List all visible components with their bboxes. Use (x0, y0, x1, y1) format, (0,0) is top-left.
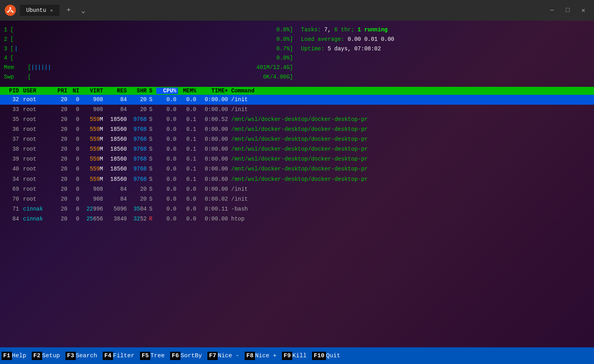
uptime-label: Uptime: (301, 44, 328, 54)
tab-label: Ubuntu (26, 7, 46, 13)
fn-item-sortby[interactable]: F6SortBy (169, 352, 206, 360)
fn-key: F10 (312, 352, 326, 360)
header-ni: NI (69, 88, 81, 94)
close-tab-icon[interactable]: ✕ (50, 8, 53, 13)
cpu-bar-3: 3 [ | 0.7%] (4, 44, 293, 54)
top-section: 1 [ 0.0%] 2 [ 0.0%] 3 [ | 0.7%] 4 [ 0.0%… (0, 24, 594, 84)
svg-point-1 (10, 7, 11, 9)
running-value: 1 running (358, 25, 388, 35)
load-15: 0.00 (381, 35, 395, 44)
fn-key: F5 (140, 352, 150, 360)
fn-item-filter[interactable]: F4Filter (101, 352, 138, 360)
swp-value: 0K/4.00G] (263, 73, 293, 82)
cpu-bars-container: 1 [ 0.0%] 2 [ 0.0%] 3 [ | 0.7%] 4 [ 0.0%… (4, 25, 293, 63)
fn-item-nice+[interactable]: F8Nice + (243, 352, 280, 360)
table-row[interactable]: 71 cinnak 20 0 22996 5096 3504 S 0.0 0.0… (0, 204, 594, 214)
header-pid: PID (2, 88, 21, 94)
fn-label: Setup (42, 353, 62, 359)
fn-label: SortBy (180, 353, 204, 359)
swp-bar-row: Swp [ 0K/4.00G] (4, 73, 293, 82)
svg-point-2 (12, 11, 13, 13)
uptime-row: Uptime: 5 days, 07:08:02 (301, 44, 590, 54)
table-row[interactable]: 84 cinnak 20 0 25656 3840 3252 R 0.0 0.0… (0, 214, 594, 224)
fn-key: F3 (65, 352, 76, 360)
cpu-mem-bars: 1 [ 0.0%] 2 [ 0.0%] 3 [ | 0.7%] 4 [ 0.0%… (4, 25, 293, 82)
table-row[interactable]: 34 root 20 0 559M 18560 9768 S 0.0 0.1 0… (0, 174, 594, 184)
mem-pipes: |||||| (31, 63, 51, 73)
mem-bracket-open: [ (28, 63, 31, 73)
fn-label: Filter (113, 353, 137, 359)
swp-bracket-open: [ (28, 73, 31, 82)
table-row[interactable]: 32 root 20 0 908 84 20 S 0.0 0.0 0:00.00… (0, 95, 594, 105)
header-shr: SHR (128, 88, 148, 94)
fn-key: F7 (207, 352, 218, 360)
mem-value: 401M/12.4G] (257, 63, 293, 73)
table-row[interactable]: 35 root 20 0 559M 18560 9768 S 0.0 0.1 0… (0, 115, 594, 125)
fn-item-nice-[interactable]: F7Nice - (206, 352, 243, 360)
cpu-bar-2: 2 [ 0.0%] (4, 35, 293, 44)
table-row[interactable]: 37 root 20 0 559M 18560 9768 S 0.0 0.1 0… (0, 134, 594, 144)
load-label: Load average: (301, 35, 348, 44)
fn-item-quit[interactable]: F10Quit (310, 352, 344, 360)
cpu-bar-4: 4 [ 0.0%] (4, 54, 293, 63)
titlebar: Ubuntu ✕ + ⌄ — □ ✕ (0, 0, 594, 21)
fn-item-kill[interactable]: F9Kill (280, 352, 310, 360)
fn-label: Nice - (218, 353, 241, 359)
table-row[interactable]: 70 root 20 0 908 84 20 S 0.0 0.0 0:00.02… (0, 194, 594, 204)
mem-label: Mem (4, 63, 28, 73)
load-1: 0.00 (348, 35, 364, 44)
header-virt: VIRT (81, 88, 105, 94)
load-5: 0.01 (364, 35, 381, 44)
header-res: RES (105, 88, 128, 94)
minimize-button[interactable]: — (546, 5, 558, 15)
swp-label: Swp (4, 73, 28, 82)
fn-item-search[interactable]: F3Search (64, 352, 101, 360)
fn-key: F4 (103, 352, 113, 360)
header-s: S (148, 88, 156, 94)
table-row[interactable]: 33 root 20 0 908 84 20 S 0.0 0.0 0:00.00… (0, 105, 594, 115)
tasks-value: 7, (324, 25, 334, 35)
svg-point-3 (7, 11, 9, 13)
fn-item-help[interactable]: F1Help (0, 352, 30, 360)
table-row[interactable]: 39 root 20 0 559M 18560 9768 S 0.0 0.1 0… (0, 154, 594, 164)
fn-key: F9 (282, 352, 292, 360)
tab-dropdown-button[interactable]: ⌄ (78, 4, 88, 16)
fn-label: Nice + (255, 353, 279, 359)
tasks-row: Tasks: 7, 6 thr; 1 running (301, 25, 590, 35)
table-row[interactable]: 40 root 20 0 559M 18560 9768 S 0.0 0.1 0… (0, 164, 594, 174)
header-user: USER (21, 88, 53, 94)
table-row[interactable]: 69 root 20 0 908 84 20 S 0.0 0.0 0:00.00… (0, 184, 594, 194)
fn-key: F8 (245, 352, 255, 360)
fn-key: F1 (2, 352, 12, 360)
mem-bar-row: Mem [ |||||| 401M/12.4G] (4, 63, 293, 73)
process-table-header: PID USER PRI NI VIRT RES SHR S CPU% MEM%… (0, 87, 594, 95)
tasks-label: Tasks: (301, 25, 324, 35)
table-row[interactable]: 38 root 20 0 559M 18560 9768 S 0.0 0.1 0… (0, 144, 594, 154)
ubuntu-tab[interactable]: Ubuntu ✕ (20, 5, 59, 16)
load-row: Load average: 0.00 0.01 0.00 (301, 35, 590, 44)
fn-item-tree[interactable]: F5Tree (138, 352, 169, 360)
header-mem: MEM% (178, 88, 198, 94)
fn-label: Kill (292, 353, 309, 359)
fn-key: F6 (170, 352, 180, 360)
add-tab-button[interactable]: + (63, 5, 74, 16)
maximize-button[interactable]: □ (562, 5, 574, 15)
terminal-area: 1 [ 0.0%] 2 [ 0.0%] 3 [ | 0.7%] 4 [ 0.0%… (0, 21, 594, 364)
fn-label: Help (12, 353, 29, 359)
close-window-button[interactable]: ✕ (577, 5, 589, 16)
fn-item-setup[interactable]: F2Setup (30, 352, 64, 360)
fn-label: Quit (326, 353, 343, 359)
fn-label: Search (76, 353, 100, 359)
ubuntu-logo-icon (5, 5, 16, 16)
table-row[interactable]: 36 root 20 0 559M 18560 9768 S 0.0 0.1 0… (0, 125, 594, 134)
bottombar: F1Help F2Setup F3Search F4Filter F5Tree … (0, 347, 594, 364)
header-cpu: CPU% (156, 88, 178, 94)
header-pri: PRI (53, 88, 69, 94)
header-time: TIME+ (198, 88, 230, 94)
header-cmd: Command (230, 88, 592, 94)
process-list: 32 root 20 0 908 84 20 S 0.0 0.0 0:00.00… (0, 95, 594, 347)
stats-section: Tasks: 7, 6 thr; 1 running Load average:… (293, 25, 590, 82)
cpu-bar-1: 1 [ 0.0%] (4, 25, 293, 35)
fn-label: Tree (150, 353, 167, 359)
fn-key: F2 (32, 352, 42, 360)
